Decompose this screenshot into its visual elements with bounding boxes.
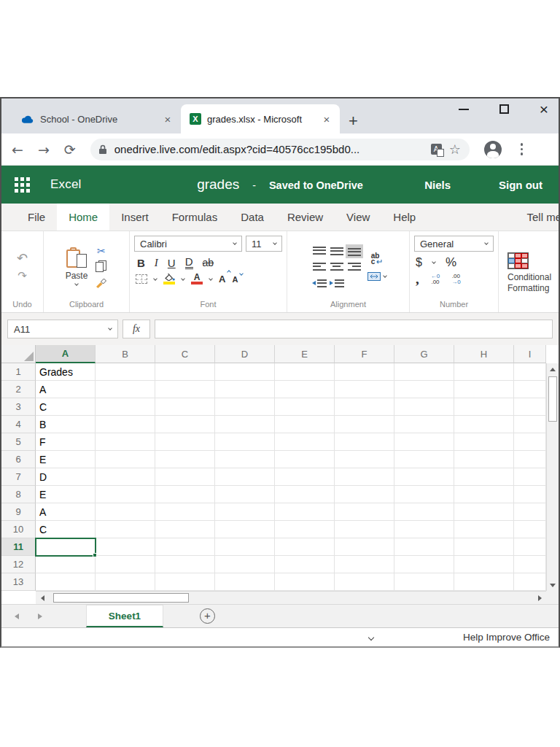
tab-close-icon[interactable]: × bbox=[321, 113, 332, 125]
column-header-A[interactable]: A bbox=[36, 345, 96, 363]
url-field[interactable]: onedrive.live.com/edit.aspx?cid=40576cc1… bbox=[90, 139, 470, 160]
align-middle-icon[interactable] bbox=[330, 247, 343, 256]
decrease-indent-icon[interactable] bbox=[312, 279, 327, 288]
cell-E10[interactable] bbox=[275, 521, 335, 538]
row-header-5[interactable]: 5 bbox=[1, 433, 36, 451]
cell-G11[interactable] bbox=[394, 538, 454, 556]
tell-me-button[interactable]: Tell me bbox=[525, 204, 559, 231]
forward-icon[interactable]: → bbox=[38, 142, 50, 158]
cell-E12[interactable] bbox=[275, 556, 335, 573]
url-text[interactable]: onedrive.live.com/edit.aspx?cid=40576cc1… bbox=[114, 143, 424, 155]
menu-tab-review[interactable]: Review bbox=[276, 204, 335, 231]
cell-H8[interactable] bbox=[454, 486, 514, 503]
double-underline-button[interactable]: D bbox=[185, 256, 193, 269]
cell-B4[interactable] bbox=[96, 416, 155, 433]
cell-C3[interactable] bbox=[155, 398, 215, 416]
redo-icon[interactable]: ↷ bbox=[18, 271, 27, 281]
currency-format-button[interactable]: $ bbox=[416, 256, 422, 269]
add-sheet-button[interactable]: + bbox=[200, 608, 215, 624]
cell-B1[interactable] bbox=[96, 363, 155, 381]
cell-A5[interactable]: F bbox=[36, 433, 96, 451]
menu-tab-insert[interactable]: Insert bbox=[109, 204, 160, 231]
cell-H2[interactable] bbox=[454, 381, 514, 398]
align-center-icon[interactable] bbox=[330, 263, 343, 272]
translate-icon[interactable]: A bbox=[431, 144, 442, 155]
cell-H12[interactable] bbox=[454, 556, 514, 573]
font-name-select[interactable]: Calibri bbox=[134, 236, 242, 252]
italic-button[interactable]: I bbox=[155, 257, 158, 269]
cell-I2[interactable] bbox=[514, 381, 546, 398]
row-header-3[interactable]: 3 bbox=[1, 398, 36, 416]
cell-H6[interactable] bbox=[454, 451, 514, 468]
align-right-icon[interactable] bbox=[348, 263, 361, 272]
column-header-I[interactable]: I bbox=[514, 345, 546, 363]
vertical-scrollbar[interactable] bbox=[546, 363, 559, 591]
cell-H11[interactable] bbox=[454, 538, 514, 556]
percent-format-button[interactable]: % bbox=[446, 255, 456, 270]
tab-school-onedrive[interactable]: School - OneDrive × bbox=[12, 104, 181, 133]
cell-A9[interactable]: A bbox=[36, 503, 96, 521]
name-box-dropdown-icon[interactable] bbox=[108, 326, 112, 330]
cell-C10[interactable] bbox=[155, 521, 215, 538]
app-launcher-icon[interactable] bbox=[15, 177, 30, 193]
cell-H7[interactable] bbox=[454, 468, 514, 486]
menu-tab-help[interactable]: Help bbox=[381, 204, 427, 231]
cell-C4[interactable] bbox=[155, 416, 215, 433]
cell-I7[interactable] bbox=[514, 468, 546, 486]
paste-dropdown-icon[interactable] bbox=[74, 282, 79, 286]
cell-F10[interactable] bbox=[335, 521, 394, 538]
cell-C6[interactable] bbox=[155, 451, 215, 468]
tab-grades-xlsx[interactable]: X grades.xlsx - Microsoft × bbox=[181, 104, 340, 133]
cell-E5[interactable] bbox=[275, 433, 335, 451]
cell-H13[interactable] bbox=[454, 573, 514, 591]
cell-I10[interactable] bbox=[514, 521, 546, 538]
conditional-formatting-button[interactable]: Conditional Formatting bbox=[508, 272, 551, 294]
cell-G2[interactable] bbox=[394, 381, 454, 398]
cell-D8[interactable] bbox=[215, 486, 275, 503]
cell-A4[interactable]: B bbox=[36, 416, 96, 433]
column-header-C[interactable]: C bbox=[155, 345, 215, 363]
cell-D3[interactable] bbox=[215, 398, 275, 416]
cell-A7[interactable]: D bbox=[36, 468, 96, 486]
cell-F7[interactable] bbox=[335, 468, 394, 486]
cell-D10[interactable] bbox=[215, 521, 275, 538]
cell-G8[interactable] bbox=[394, 486, 454, 503]
row-header-11[interactable]: 11 bbox=[1, 538, 36, 556]
cell-A2[interactable]: A bbox=[36, 381, 96, 398]
cell-D6[interactable] bbox=[215, 451, 275, 468]
sign-out-button[interactable]: Sign out bbox=[499, 179, 542, 191]
column-header-G[interactable]: G bbox=[394, 345, 454, 363]
cell-E2[interactable] bbox=[275, 381, 335, 398]
undo-icon[interactable]: ↶ bbox=[17, 253, 28, 263]
cell-B2[interactable] bbox=[96, 381, 155, 398]
vertical-scrollbar-thumb[interactable] bbox=[548, 376, 557, 422]
cell-F12[interactable] bbox=[335, 556, 394, 573]
cell-G10[interactable] bbox=[394, 521, 454, 538]
row-header-6[interactable]: 6 bbox=[1, 451, 36, 468]
bold-button[interactable]: B bbox=[137, 257, 145, 269]
cell-G7[interactable] bbox=[394, 468, 454, 486]
cell-G12[interactable] bbox=[394, 556, 454, 573]
cell-G3[interactable] bbox=[394, 398, 454, 416]
font-size-select[interactable]: 11 bbox=[246, 236, 282, 252]
font-color-button[interactable]: A bbox=[191, 274, 203, 285]
row-header-8[interactable]: 8 bbox=[1, 486, 36, 503]
row-header-13[interactable]: 13 bbox=[1, 573, 36, 591]
cell-I9[interactable] bbox=[514, 503, 546, 521]
cell-D7[interactable] bbox=[215, 468, 275, 486]
scroll-right-button[interactable] bbox=[533, 592, 546, 604]
cell-C12[interactable] bbox=[155, 556, 215, 573]
window-minimize-button[interactable] bbox=[459, 109, 469, 110]
increase-decimal-button[interactable]: ←0.00 bbox=[431, 274, 440, 285]
cell-A11[interactable] bbox=[36, 538, 96, 556]
borders-dropdown-icon[interactable] bbox=[153, 276, 158, 281]
increase-indent-icon[interactable] bbox=[330, 279, 344, 288]
cell-F8[interactable] bbox=[335, 486, 394, 503]
cell-H5[interactable] bbox=[454, 433, 514, 451]
underline-button[interactable]: U bbox=[168, 257, 176, 269]
user-name[interactable]: Niels bbox=[424, 179, 451, 191]
browser-menu-icon[interactable] bbox=[516, 143, 528, 155]
cell-E3[interactable] bbox=[275, 398, 335, 416]
comma-format-button[interactable]: , bbox=[416, 276, 419, 283]
scroll-down-button[interactable] bbox=[547, 579, 559, 591]
